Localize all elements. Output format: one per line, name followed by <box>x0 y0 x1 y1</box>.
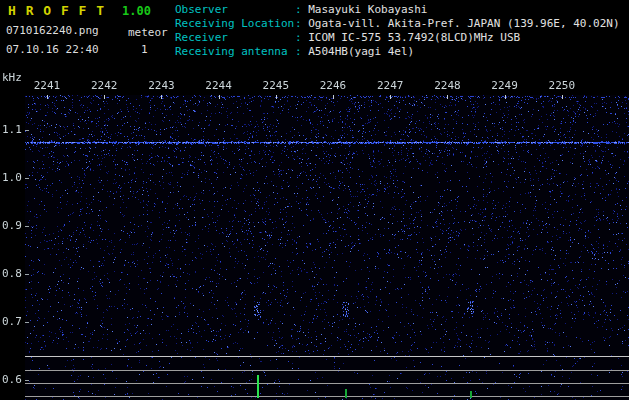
time-tick-label: 2250 <box>545 79 579 92</box>
info-row-observer: Observer: Masayuki Kobayashi <box>175 3 427 16</box>
info-row-location: Receiving Location: Ogata-vill. Akita-Pr… <box>175 17 620 30</box>
freq-tick-mark <box>25 178 29 179</box>
echo-count: 1 <box>141 43 148 56</box>
time-tick-label: 2248 <box>430 79 464 92</box>
info-label: Observer <box>175 3 295 16</box>
time-tick-label: 2247 <box>373 79 407 92</box>
info-row-antenna: Receiving antenna: A504HB(yagi 4el) <box>175 45 414 58</box>
freq-tick-mark <box>25 274 29 275</box>
freq-tick-label: 0.7 <box>2 315 22 328</box>
info-colon: : <box>295 3 308 16</box>
info-label: Receiving Location <box>175 17 295 30</box>
time-tick-label: 2242 <box>87 79 121 92</box>
hrofft-window: H R O F F T 1.00 0710162240.png meteor 0… <box>0 0 629 400</box>
info-label: Receiver <box>175 31 295 44</box>
time-tick-label: 2245 <box>259 79 293 92</box>
time-tick-mark <box>505 95 506 99</box>
time-tick-label: 2241 <box>30 79 64 92</box>
app-title: H R O F F T <box>8 3 105 18</box>
freq-tick-mark <box>25 322 29 323</box>
signal-level-line <box>25 356 629 357</box>
time-tick-mark <box>219 95 220 99</box>
output-filename: 0710162240.png <box>6 24 99 37</box>
spectrogram-canvas <box>25 95 629 400</box>
signal-level-line <box>25 396 629 397</box>
info-colon: : <box>295 17 308 30</box>
info-value: Ogata-vill. Akita-Pref. JAPAN (139.96E, … <box>308 17 619 30</box>
time-tick-mark <box>276 95 277 99</box>
time-tick-mark <box>390 95 391 99</box>
signal-level-line <box>25 370 629 371</box>
info-colon: : <box>295 31 308 44</box>
meteor-echo-spike <box>257 375 259 398</box>
freq-tick-mark <box>25 130 29 131</box>
time-tick-mark <box>161 95 162 99</box>
time-tick-label: 2249 <box>488 79 522 92</box>
time-tick-mark <box>47 95 48 99</box>
freq-tick-label: 1.1 <box>2 123 22 136</box>
time-tick-label: 2244 <box>202 79 236 92</box>
mode-label: meteor <box>128 26 168 39</box>
info-row-receiver: Receiver: ICOM IC-575 53.7492(8LCD)MHz U… <box>175 31 520 44</box>
freq-tick-mark <box>25 226 29 227</box>
info-colon: : <box>295 45 308 58</box>
meteor-echo-spike <box>470 391 472 398</box>
spectrogram-plot <box>25 95 629 400</box>
app-version: 1.00 <box>122 4 151 18</box>
info-value: A504HB(yagi 4el) <box>308 45 414 58</box>
time-tick-mark <box>447 95 448 99</box>
freq-tick-label: 0.6 <box>2 373 22 386</box>
freq-tick-label: 0.8 <box>2 267 22 280</box>
time-tick-mark <box>562 95 563 99</box>
signal-level-line <box>25 383 629 384</box>
info-value: ICOM IC-575 53.7492(8LCD)MHz USB <box>308 31 520 44</box>
meteor-echo-spike <box>345 389 347 398</box>
freq-axis-unit-label: kHz <box>2 71 22 84</box>
info-label: Receiving antenna <box>175 45 295 58</box>
freq-tick-mark <box>25 380 29 381</box>
time-tick-mark <box>333 95 334 99</box>
time-tick-label: 2243 <box>144 79 178 92</box>
info-value: Masayuki Kobayashi <box>308 3 427 16</box>
freq-tick-label: 1.0 <box>2 171 22 184</box>
time-tick-mark <box>104 95 105 99</box>
record-datetime: 07.10.16 22:40 <box>6 43 99 56</box>
freq-tick-label: 0.9 <box>2 219 22 232</box>
time-tick-label: 2246 <box>316 79 350 92</box>
